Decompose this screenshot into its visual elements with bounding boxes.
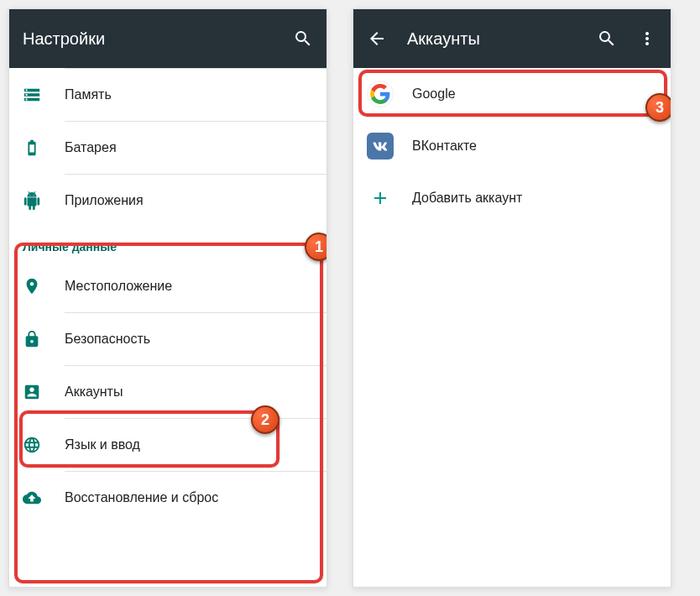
- item-label: Безопасность: [65, 332, 150, 347]
- settings-item-security[interactable]: Безопасность: [9, 313, 326, 365]
- item-label: Приложения: [65, 193, 144, 208]
- item-label: Восстановление и сброс: [65, 490, 218, 505]
- plus-icon: [370, 188, 390, 208]
- language-icon: [23, 436, 41, 454]
- item-label: Аккаунты: [65, 384, 123, 400]
- settings-item-location[interactable]: Местоположение: [9, 260, 326, 312]
- battery-icon: [23, 139, 41, 157]
- account-label: ВКонтакте: [412, 139, 477, 154]
- account-item-google[interactable]: Google: [353, 68, 671, 120]
- section-header-personal: Личные данные: [9, 227, 326, 260]
- add-account-label: Добавить аккаунт: [412, 191, 522, 206]
- settings-item-storage[interactable]: Память: [9, 69, 326, 121]
- add-account-item[interactable]: Добавить аккаунт: [353, 172, 671, 224]
- appbar: Аккаунты: [353, 9, 671, 68]
- storage-icon: [23, 86, 41, 104]
- settings-item-language[interactable]: Язык и ввод: [9, 419, 326, 471]
- settings-item-backup[interactable]: Восстановление и сброс: [9, 472, 326, 524]
- appbar: Настройки: [9, 9, 326, 68]
- page-title: Настройки: [23, 29, 273, 49]
- location-icon: [23, 277, 41, 295]
- accounts-icon: [23, 383, 41, 401]
- settings-screen: Настройки Память Батарея Приложения Личн…: [8, 8, 327, 588]
- search-icon[interactable]: [293, 29, 313, 49]
- item-label: Местоположение: [65, 279, 172, 294]
- vk-icon: [367, 133, 394, 159]
- lock-icon: [23, 330, 41, 348]
- item-label: Батарея: [65, 140, 117, 155]
- page-title: Аккаунты: [407, 29, 577, 49]
- search-icon[interactable]: [597, 29, 617, 49]
- google-icon: [367, 81, 394, 107]
- settings-item-accounts[interactable]: Аккаунты: [9, 366, 326, 418]
- more-icon[interactable]: [637, 29, 657, 49]
- item-label: Память: [65, 87, 112, 102]
- backup-icon: [23, 489, 41, 507]
- accounts-screen: Аккаунты Google ВКонтакте Добавить аккау…: [353, 8, 671, 588]
- account-label: Google: [412, 86, 456, 102]
- back-icon[interactable]: [367, 29, 387, 49]
- settings-item-battery[interactable]: Батарея: [9, 122, 326, 174]
- account-item-vk[interactable]: ВКонтакте: [353, 120, 671, 172]
- item-label: Язык и ввод: [65, 437, 140, 452]
- android-icon: [23, 191, 41, 210]
- settings-item-apps[interactable]: Приложения: [9, 175, 326, 227]
